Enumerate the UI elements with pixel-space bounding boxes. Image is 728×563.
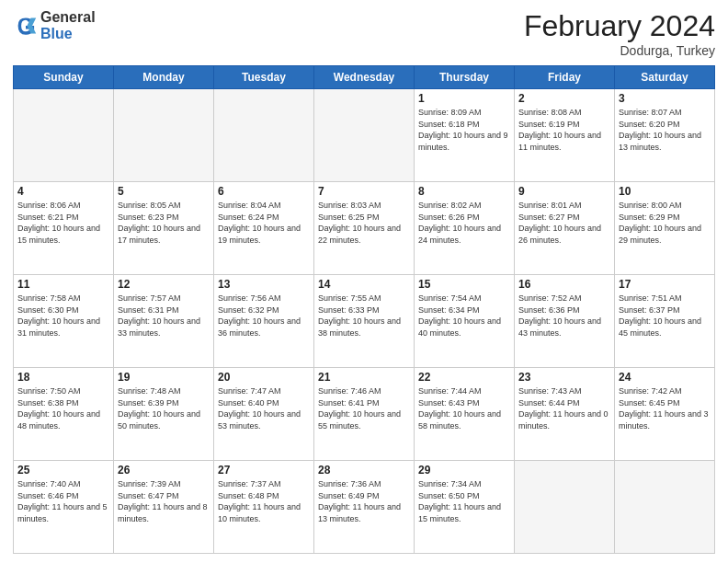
day-info: Sunrise: 8:07 AM Sunset: 6:20 PM Dayligh…: [619, 107, 711, 153]
calendar-cell: 6Sunrise: 8:04 AM Sunset: 6:24 PM Daylig…: [214, 182, 314, 275]
day-info: Sunrise: 7:48 AM Sunset: 6:39 PM Dayligh…: [118, 385, 210, 431]
calendar-cell: 20Sunrise: 7:47 AM Sunset: 6:40 PM Dayli…: [214, 368, 314, 461]
day-number: 24: [619, 371, 711, 384]
calendar-cell: 28Sunrise: 7:36 AM Sunset: 6:49 PM Dayli…: [314, 461, 415, 554]
day-number: 29: [418, 464, 510, 477]
calendar-cell: 14Sunrise: 7:55 AM Sunset: 6:33 PM Dayli…: [314, 275, 415, 368]
header-monday: Monday: [114, 66, 214, 89]
day-number: 4: [17, 185, 109, 198]
day-number: 15: [418, 278, 510, 291]
logo-blue: Blue: [40, 26, 96, 42]
day-info: Sunrise: 7:51 AM Sunset: 6:37 PM Dayligh…: [619, 293, 711, 339]
calendar-cell: 12Sunrise: 7:57 AM Sunset: 6:31 PM Dayli…: [114, 275, 214, 368]
header: General Blue February 2024 Dodurga, Turk…: [13, 9, 715, 58]
calendar-title: February 2024: [524, 9, 715, 43]
calendar-cell: 17Sunrise: 7:51 AM Sunset: 6:37 PM Dayli…: [615, 275, 715, 368]
day-number: 18: [17, 371, 109, 384]
day-number: 5: [118, 185, 210, 198]
calendar-cell: 1Sunrise: 8:09 AM Sunset: 6:18 PM Daylig…: [415, 89, 515, 182]
calendar-cell: 11Sunrise: 7:58 AM Sunset: 6:30 PM Dayli…: [14, 275, 114, 368]
calendar-cell: 13Sunrise: 7:56 AM Sunset: 6:32 PM Dayli…: [214, 275, 314, 368]
day-number: 26: [118, 464, 210, 477]
calendar-cell: 22Sunrise: 7:44 AM Sunset: 6:43 PM Dayli…: [415, 368, 515, 461]
calendar-cell: 9Sunrise: 8:01 AM Sunset: 6:27 PM Daylig…: [515, 182, 615, 275]
calendar-cell: [114, 89, 214, 182]
day-info: Sunrise: 8:00 AM Sunset: 6:29 PM Dayligh…: [619, 200, 711, 246]
day-info: Sunrise: 7:47 AM Sunset: 6:40 PM Dayligh…: [218, 385, 310, 431]
calendar-week-row: 18Sunrise: 7:50 AM Sunset: 6:38 PM Dayli…: [14, 368, 715, 461]
calendar-cell: 26Sunrise: 7:39 AM Sunset: 6:47 PM Dayli…: [114, 461, 214, 554]
day-number: 6: [218, 185, 310, 198]
header-tuesday: Tuesday: [214, 66, 314, 89]
day-number: 20: [218, 371, 310, 384]
day-info: Sunrise: 8:05 AM Sunset: 6:23 PM Dayligh…: [118, 200, 210, 246]
day-number: 21: [318, 371, 410, 384]
day-info: Sunrise: 8:08 AM Sunset: 6:19 PM Dayligh…: [518, 107, 610, 153]
page: General Blue February 2024 Dodurga, Turk…: [0, 0, 728, 563]
day-info: Sunrise: 7:57 AM Sunset: 6:31 PM Dayligh…: [118, 293, 210, 339]
day-info: Sunrise: 8:04 AM Sunset: 6:24 PM Dayligh…: [218, 200, 310, 246]
calendar-cell: 16Sunrise: 7:52 AM Sunset: 6:36 PM Dayli…: [515, 275, 615, 368]
calendar-table: Sunday Monday Tuesday Wednesday Thursday…: [13, 65, 715, 554]
day-number: 11: [17, 278, 109, 291]
day-info: Sunrise: 7:46 AM Sunset: 6:41 PM Dayligh…: [318, 385, 410, 431]
calendar-cell: 3Sunrise: 8:07 AM Sunset: 6:20 PM Daylig…: [615, 89, 715, 182]
logo-icon: [13, 13, 39, 39]
header-sunday: Sunday: [14, 66, 114, 89]
day-info: Sunrise: 7:34 AM Sunset: 6:50 PM Dayligh…: [418, 478, 510, 524]
logo: General Blue: [13, 9, 96, 41]
day-number: 3: [619, 92, 711, 105]
calendar-cell: 19Sunrise: 7:48 AM Sunset: 6:39 PM Dayli…: [114, 368, 214, 461]
calendar-cell: 25Sunrise: 7:40 AM Sunset: 6:46 PM Dayli…: [14, 461, 114, 554]
day-info: Sunrise: 7:43 AM Sunset: 6:44 PM Dayligh…: [518, 385, 610, 431]
day-info: Sunrise: 7:40 AM Sunset: 6:46 PM Dayligh…: [17, 478, 109, 524]
day-number: 19: [118, 371, 210, 384]
header-saturday: Saturday: [615, 66, 715, 89]
calendar-cell: 7Sunrise: 8:03 AM Sunset: 6:25 PM Daylig…: [314, 182, 415, 275]
calendar-cell: [515, 461, 615, 554]
calendar-week-row: 4Sunrise: 8:06 AM Sunset: 6:21 PM Daylig…: [14, 182, 715, 275]
calendar-cell: [615, 461, 715, 554]
day-info: Sunrise: 7:58 AM Sunset: 6:30 PM Dayligh…: [17, 293, 109, 339]
calendar-cell: [214, 89, 314, 182]
day-info: Sunrise: 7:54 AM Sunset: 6:34 PM Dayligh…: [418, 293, 510, 339]
day-number: 1: [418, 92, 510, 105]
day-number: 9: [518, 185, 610, 198]
day-number: 12: [118, 278, 210, 291]
day-info: Sunrise: 7:44 AM Sunset: 6:43 PM Dayligh…: [418, 385, 510, 431]
title-block: February 2024 Dodurga, Turkey: [524, 9, 715, 58]
day-number: 22: [418, 371, 510, 384]
day-info: Sunrise: 7:52 AM Sunset: 6:36 PM Dayligh…: [518, 293, 610, 339]
day-info: Sunrise: 7:56 AM Sunset: 6:32 PM Dayligh…: [218, 293, 310, 339]
day-number: 27: [218, 464, 310, 477]
header-wednesday: Wednesday: [314, 66, 415, 89]
calendar-cell: 15Sunrise: 7:54 AM Sunset: 6:34 PM Dayli…: [415, 275, 515, 368]
day-info: Sunrise: 8:06 AM Sunset: 6:21 PM Dayligh…: [17, 200, 109, 246]
day-info: Sunrise: 8:01 AM Sunset: 6:27 PM Dayligh…: [518, 200, 610, 246]
header-thursday: Thursday: [415, 66, 515, 89]
day-number: 13: [218, 278, 310, 291]
day-number: 17: [619, 278, 711, 291]
day-info: Sunrise: 8:09 AM Sunset: 6:18 PM Dayligh…: [418, 107, 510, 153]
logo-general: General: [40, 9, 96, 26]
day-info: Sunrise: 7:36 AM Sunset: 6:49 PM Dayligh…: [318, 478, 410, 524]
calendar-cell: [314, 89, 415, 182]
calendar-cell: 21Sunrise: 7:46 AM Sunset: 6:41 PM Dayli…: [314, 368, 415, 461]
day-info: Sunrise: 7:50 AM Sunset: 6:38 PM Dayligh…: [17, 385, 109, 431]
day-number: 23: [518, 371, 610, 384]
header-friday: Friday: [515, 66, 615, 89]
calendar-cell: 2Sunrise: 8:08 AM Sunset: 6:19 PM Daylig…: [515, 89, 615, 182]
day-info: Sunrise: 7:55 AM Sunset: 6:33 PM Dayligh…: [318, 293, 410, 339]
day-info: Sunrise: 8:02 AM Sunset: 6:26 PM Dayligh…: [418, 200, 510, 246]
calendar-cell: [14, 89, 114, 182]
calendar-cell: 23Sunrise: 7:43 AM Sunset: 6:44 PM Dayli…: [515, 368, 615, 461]
calendar-cell: 10Sunrise: 8:00 AM Sunset: 6:29 PM Dayli…: [615, 182, 715, 275]
calendar-cell: 24Sunrise: 7:42 AM Sunset: 6:45 PM Dayli…: [615, 368, 715, 461]
day-number: 2: [518, 92, 610, 105]
calendar-week-row: 1Sunrise: 8:09 AM Sunset: 6:18 PM Daylig…: [14, 89, 715, 182]
calendar-header-row: Sunday Monday Tuesday Wednesday Thursday…: [14, 66, 715, 89]
day-number: 8: [418, 185, 510, 198]
calendar-location: Dodurga, Turkey: [524, 43, 715, 58]
day-info: Sunrise: 7:37 AM Sunset: 6:48 PM Dayligh…: [218, 478, 310, 524]
day-info: Sunrise: 7:39 AM Sunset: 6:47 PM Dayligh…: [118, 478, 210, 524]
